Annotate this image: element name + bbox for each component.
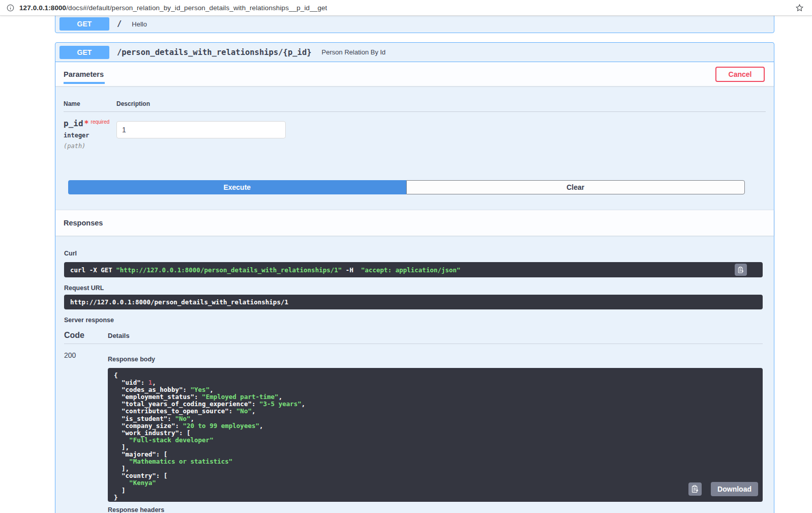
parameter-location: (path) (64, 142, 116, 150)
responses-title: Responses (64, 219, 103, 227)
swagger-page: GET / Hello GET /person_details_with_rel… (0, 13, 812, 513)
opblock-hello: GET / Hello (55, 13, 774, 33)
copy-curl-button[interactable] (735, 264, 747, 276)
execute-button[interactable]: Execute (68, 180, 406, 194)
response-body-label: Response body (108, 356, 763, 363)
curl-label: Curl (64, 250, 763, 257)
execute-button-group: Execute Clear (55, 180, 774, 194)
download-button[interactable]: Download (711, 482, 758, 496)
name-column-header: Name (64, 100, 116, 107)
cancel-button[interactable]: Cancel (715, 67, 765, 82)
curl-command: curl -X GET "http://127.0.0.1:8000/perso… (70, 266, 461, 274)
response-body-code: { "uid": 1, "codes_as_hobby": "Yes", "em… (108, 368, 763, 501)
browser-address-bar[interactable]: 127.0.0.1:8000/docs#/default/person_rela… (0, 0, 812, 16)
opblock-person-relation: GET /person_details_with_relationships/{… (55, 42, 774, 513)
url-path: /docs#/default/person_relation_by_id_per… (66, 4, 327, 12)
endpoint-path: / (117, 19, 122, 28)
tab-parameters[interactable]: Parameters (64, 70, 105, 84)
responses-inner: Curl curl -X GET "http://127.0.0.1:8000/… (55, 236, 774, 513)
parameters-table-header: Name Description (64, 100, 766, 112)
info-icon[interactable] (7, 4, 14, 12)
get-method-badge: GET (59, 46, 109, 59)
request-url-box: http://127.0.0.1:8000/person_details_wit… (64, 295, 763, 309)
parameters-section-header: Parameters Cancel (55, 62, 774, 86)
status-code: 200 (64, 351, 108, 513)
request-url-value: http://127.0.0.1:8000/person_details_wit… (70, 298, 288, 306)
server-response-label: Server response (64, 317, 763, 324)
description-column-header: Description (116, 100, 150, 107)
response-table-header: Code Details (64, 331, 763, 344)
url-host: 127.0.0.1:8000 (19, 4, 66, 12)
endpoint-summary: Person Relation By Id (322, 48, 386, 56)
response-body-box: { "uid": 1, "codes_as_hobby": "Yes", "em… (108, 368, 763, 502)
curl-command-box: curl -X GET "http://127.0.0.1:8000/perso… (64, 262, 763, 277)
details-column-header: Details (108, 332, 130, 339)
request-url-label: Request URL (64, 284, 763, 292)
opblock-summary[interactable]: GET /person_details_with_relationships/{… (55, 43, 774, 62)
endpoint-summary: Hello (132, 20, 147, 28)
opblock-hello-summary[interactable]: GET / Hello (55, 13, 774, 33)
clear-button[interactable]: Clear (406, 180, 745, 194)
bookmark-star-icon[interactable] (795, 4, 804, 12)
response-row-200: 200 Response body { "uid": 1, "codes_as_… (64, 344, 763, 513)
response-headers-label: Response headers (108, 506, 763, 513)
copy-response-button[interactable] (688, 482, 702, 496)
parameter-row-p-id: p_id*required integer (path) (64, 119, 766, 150)
url-field[interactable]: 127.0.0.1:8000/docs#/default/person_rela… (7, 3, 795, 12)
p-id-input[interactable] (116, 121, 286, 138)
code-column-header: Code (64, 331, 108, 340)
parameter-name: p_id*required (64, 119, 116, 128)
parameter-type: integer (64, 132, 116, 139)
required-star: * (84, 119, 89, 128)
responses-section-header: Responses (55, 210, 774, 236)
required-label: required (91, 119, 110, 125)
endpoint-path: /person_details_with_relationships/{p_id… (117, 48, 312, 57)
get-method-badge: GET (59, 17, 109, 31)
parameters-table: Name Description p_id*required integer (… (55, 86, 774, 150)
